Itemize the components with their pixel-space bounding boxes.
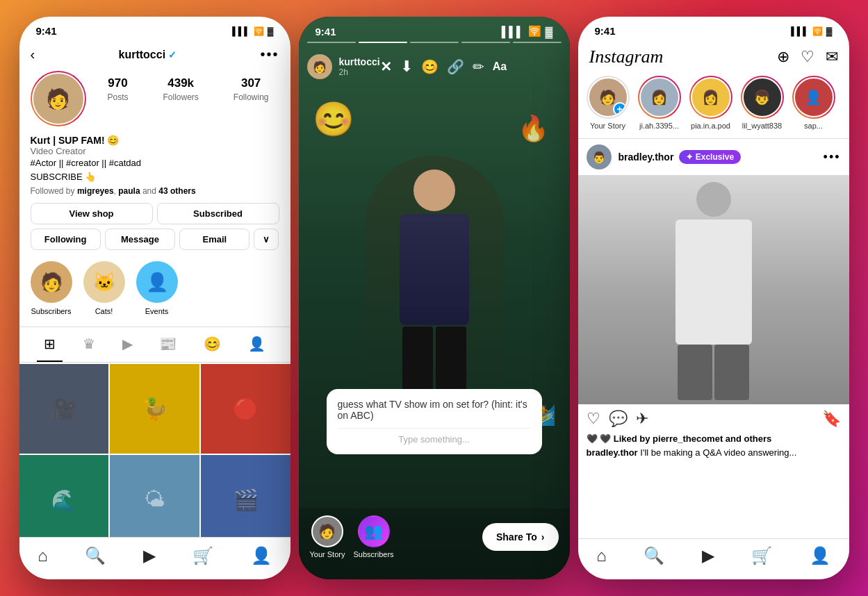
bio-subscribe: SUBSCRIBE 👆 bbox=[31, 170, 279, 184]
view-shop-button[interactable]: View shop bbox=[31, 203, 153, 224]
nav-home-3[interactable]: ⌂ bbox=[596, 546, 607, 565]
add-post-icon[interactable]: ⊕ bbox=[777, 48, 789, 66]
stories-row: 🧑 + Your Story 👩 ji.ah.3395... 👩 pia.in.… bbox=[578, 76, 849, 138]
nav-profile[interactable]: 👤 bbox=[251, 546, 272, 565]
signal-icon: ▌▌▌ bbox=[232, 26, 250, 36]
post-avatar[interactable]: 👨 bbox=[587, 144, 612, 169]
highlight-label-cats: Cats! bbox=[95, 307, 113, 315]
stat-followers[interactable]: 439k Followers bbox=[163, 76, 198, 103]
back-button[interactable]: ‹ bbox=[31, 47, 35, 63]
status-bar-3: 9:41 ▌▌▌ 🛜 ▓ bbox=[578, 17, 849, 41]
bio-section: Kurt | SUP FAM! 😊 Video Creator #Actor |… bbox=[19, 135, 290, 203]
draw-icon[interactable]: ✏ bbox=[473, 58, 484, 75]
post-more-button[interactable]: ••• bbox=[824, 150, 841, 165]
grid-cell-6[interactable]: 🎬 bbox=[201, 455, 290, 545]
nav-search[interactable]: 🔍 bbox=[85, 546, 106, 565]
post-torso bbox=[675, 220, 752, 345]
link-icon[interactable]: 🔗 bbox=[447, 58, 464, 75]
highlight-circle-subscribers: 🧑 bbox=[31, 261, 72, 303]
subscribed-button[interactable]: Subscribed bbox=[157, 203, 279, 224]
nav-shop-3[interactable]: 🛒 bbox=[751, 546, 772, 565]
nav-shop[interactable]: 🛒 bbox=[193, 546, 213, 565]
phone-story: 9:41 ▌▌▌ 🛜 ▓ 🧑 kurttocci bbox=[299, 17, 570, 579]
email-button[interactable]: Email bbox=[179, 229, 249, 250]
sap-story-circle: 👤 bbox=[792, 76, 835, 119]
pia-story-name: pia.in.a.pod bbox=[691, 122, 730, 130]
nav-reels-3[interactable]: ▶ bbox=[702, 546, 714, 565]
highlights-row: 🧑 Subscribers 🐱 Cats! 👤 Events bbox=[19, 256, 290, 321]
grid-cell-3[interactable]: 🔴 bbox=[201, 364, 290, 454]
highlight-events[interactable]: 👤 Events bbox=[136, 261, 178, 315]
like-icon[interactable]: ♡ bbox=[587, 410, 600, 428]
message-button[interactable]: Message bbox=[105, 229, 175, 250]
story-progress-bars bbox=[299, 42, 570, 43]
dropdown-button[interactable]: ∨ bbox=[254, 229, 279, 250]
your-story-inner: 🧑 + bbox=[588, 77, 628, 117]
nav-profile-3[interactable]: 👤 bbox=[810, 546, 830, 565]
emoji-sticker-icon[interactable]: 😊 bbox=[421, 58, 439, 75]
bookmark-icon[interactable]: 🔖 bbox=[822, 410, 841, 428]
tab-reels[interactable]: ♛ bbox=[76, 327, 102, 362]
time-1: 9:41 bbox=[36, 25, 57, 37]
nav-search-3[interactable]: 🔍 bbox=[644, 546, 664, 565]
nav-reels[interactable]: ▶ bbox=[143, 546, 156, 565]
tab-grid[interactable]: ⊞ bbox=[37, 327, 63, 362]
posts-grid: 🎥 🦆 🔴 🌊 🌤 🎬 bbox=[19, 364, 290, 544]
story-lil[interactable]: 👦 lil_wyatt838 bbox=[741, 76, 784, 130]
posts-count: 970 bbox=[107, 76, 128, 90]
download-icon[interactable]: ⬇ bbox=[400, 58, 413, 76]
story-wifi: 🛜 bbox=[528, 25, 541, 38]
person-torso bbox=[400, 214, 469, 325]
qa-input-placeholder[interactable]: Type something... bbox=[338, 428, 531, 445]
message-icon[interactable]: ✉ bbox=[826, 48, 838, 66]
sap-story-name: sap... bbox=[804, 122, 823, 130]
grid-cell-4[interactable]: 🌊 bbox=[19, 455, 109, 545]
lil-story-inner: 👦 bbox=[742, 77, 783, 117]
grid-cell-5[interactable]: 🌤 bbox=[110, 455, 199, 545]
bio-name: Kurt | SUP FAM! 😊 bbox=[31, 135, 279, 146]
close-icon[interactable]: ✕ bbox=[380, 58, 392, 75]
text-icon[interactable]: Aa bbox=[493, 60, 507, 73]
story-sap[interactable]: 👤 sap... bbox=[792, 76, 835, 130]
tab-tagged[interactable]: 😊 bbox=[197, 327, 228, 362]
tab-collab[interactable]: 👤 bbox=[241, 327, 272, 362]
progress-5 bbox=[513, 42, 562, 43]
highlight-cats[interactable]: 🐱 Cats! bbox=[83, 261, 125, 315]
tab-video[interactable]: ▶ bbox=[115, 327, 140, 362]
avatar[interactable]: 🧑 bbox=[31, 71, 86, 126]
story-your-story[interactable]: 🧑 Your Story bbox=[310, 515, 345, 558]
more-options[interactable]: ••• bbox=[260, 47, 279, 63]
tab-igtv[interactable]: 📰 bbox=[152, 327, 183, 362]
btn-row-2: Following Message Email ∨ bbox=[31, 229, 279, 250]
qa-overlay[interactable]: guess what TV show im on set for? (hint:… bbox=[327, 389, 542, 454]
lil-story-circle: 👦 bbox=[741, 76, 784, 119]
story-subscribers[interactable]: 👥 Subscribers bbox=[353, 515, 393, 558]
grid-cell-2[interactable]: 🦆 bbox=[110, 364, 199, 454]
post-person bbox=[675, 182, 752, 400]
highlight-subscribers[interactable]: 🧑 Subscribers bbox=[31, 261, 72, 315]
bio-followed: Followed by migreyes, paula and 43 other… bbox=[31, 186, 279, 196]
post-username[interactable]: bradley.thor bbox=[619, 151, 674, 163]
add-story-badge: + bbox=[613, 102, 627, 116]
story-your-story-3[interactable]: 🧑 + Your Story bbox=[587, 76, 630, 130]
heart-icon[interactable]: ♡ bbox=[801, 48, 814, 66]
pia-story-circle: 👩 bbox=[689, 76, 732, 119]
story-pia[interactable]: 👩 pia.in.a.pod bbox=[689, 76, 732, 130]
nav-home[interactable]: ⌂ bbox=[38, 546, 48, 565]
caption-username[interactable]: bradley.thor bbox=[587, 447, 638, 458]
followers-count: 439k bbox=[163, 76, 198, 90]
following-button[interactable]: Following bbox=[31, 229, 101, 250]
share-to-button[interactable]: Share To › bbox=[482, 523, 559, 551]
feed-header: Instagram ⊕ ♡ ✉ bbox=[578, 41, 849, 76]
story-status-icons: ▌▌▌ 🛜 ▓ bbox=[502, 25, 553, 38]
person-legs bbox=[402, 326, 466, 396]
story-overlay: 9:41 ▌▌▌ 🛜 ▓ 🧑 kurttocci bbox=[299, 17, 570, 579]
grid-cell-1[interactable]: 🎥 bbox=[19, 364, 109, 454]
stat-following[interactable]: 307 Following bbox=[234, 76, 269, 103]
person-figure bbox=[365, 156, 504, 399]
comment-icon[interactable]: 💬 bbox=[609, 410, 628, 428]
story-bottom-items: 🧑 Your Story 👥 Subscribers Share To › bbox=[310, 515, 559, 558]
stat-posts[interactable]: 970 Posts bbox=[107, 76, 128, 103]
story-ji[interactable]: 👩 ji.ah.3395... bbox=[638, 76, 681, 130]
share-icon[interactable]: ✈ bbox=[636, 410, 648, 428]
